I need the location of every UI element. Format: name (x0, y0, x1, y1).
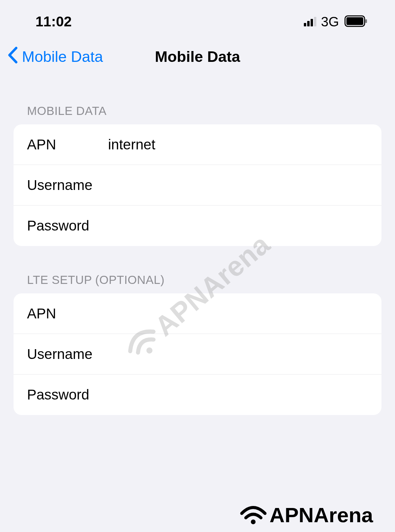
label-lte-password: Password (27, 387, 108, 403)
row-username[interactable]: Username (14, 165, 381, 205)
network-type: 3G (321, 14, 339, 29)
signal-strength-icon (304, 17, 316, 26)
wifi-icon (239, 503, 268, 527)
section-header-lte-setup: LTE SETUP (OPTIONAL) (0, 246, 395, 293)
label-username: Username (27, 177, 108, 193)
page-title: Mobile Data (155, 48, 240, 66)
navigation-bar: Mobile Data Mobile Data (0, 37, 395, 77)
label-lte-username: Username (27, 346, 108, 362)
row-apn[interactable]: APN (14, 124, 381, 165)
row-lte-username[interactable]: Username (14, 334, 381, 374)
svg-rect-2 (365, 19, 367, 23)
section-header-mobile-data: MOBILE DATA (0, 77, 395, 124)
chevron-left-icon (7, 47, 19, 67)
label-password: Password (27, 218, 108, 234)
label-lte-apn: APN (27, 306, 108, 322)
input-lte-password[interactable] (108, 387, 368, 403)
watermark-bottom: APNArena (239, 503, 373, 527)
status-bar: 11:02 3G (0, 0, 395, 37)
label-apn: APN (27, 137, 108, 153)
input-password[interactable] (108, 218, 368, 234)
row-password[interactable]: Password (14, 205, 381, 246)
row-lte-password[interactable]: Password (14, 374, 381, 415)
input-lte-apn[interactable] (108, 306, 368, 322)
status-indicators: 3G (304, 14, 368, 29)
status-time: 11:02 (35, 14, 72, 30)
input-apn[interactable] (108, 137, 368, 153)
svg-point-4 (251, 519, 256, 524)
input-lte-username[interactable] (108, 346, 368, 362)
input-username[interactable] (108, 177, 368, 193)
svg-rect-1 (346, 17, 363, 25)
watermark-text: APNArena (269, 503, 373, 527)
back-button[interactable]: Mobile Data (7, 47, 103, 67)
section-lte-setup: APN Username Password (14, 293, 381, 415)
section-mobile-data: APN Username Password (14, 124, 381, 246)
battery-icon (344, 15, 368, 28)
row-lte-apn[interactable]: APN (14, 293, 381, 334)
back-label: Mobile Data (22, 48, 103, 66)
